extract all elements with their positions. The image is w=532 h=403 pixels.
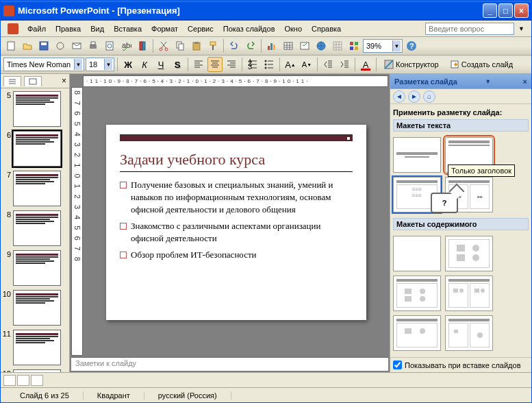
layout-content[interactable] [445, 236, 493, 271]
normal-view-button[interactable] [3, 375, 16, 386]
font-color-button[interactable]: A [358, 57, 373, 72]
slide-body[interactable]: Получение базовых и специальных знаний, … [120, 179, 353, 262]
svg-point-38 [265, 67, 267, 69]
zoom-combo[interactable]: 39%▼ [363, 39, 403, 53]
show-on-insert-checkbox[interactable] [393, 361, 402, 369]
decrease-indent-button[interactable] [320, 57, 335, 72]
bold-button[interactable]: Ж [121, 57, 136, 72]
taskpane-close-icon[interactable]: × [523, 77, 527, 86]
fontsize-combo[interactable]: 18▼ [86, 58, 114, 71]
menu-insert[interactable]: Вставка [109, 23, 147, 35]
taskpane-home-button[interactable]: ⌂ [423, 90, 435, 103]
layout-title-slide[interactable] [393, 137, 441, 173]
help-button[interactable]: ? [404, 38, 419, 53]
notes-pane[interactable]: Заметки к слайду [71, 357, 388, 371]
save-button[interactable] [36, 38, 51, 53]
menu-service[interactable]: Сервис [183, 23, 218, 35]
taskpane-back-button[interactable]: ◄ [393, 90, 405, 103]
maximize-button[interactable]: □ [498, 3, 513, 18]
close-button[interactable]: × [514, 3, 529, 18]
slides-tab[interactable] [24, 76, 42, 86]
slide-bullet[interactable]: Знакомство с различными аспектами органи… [120, 220, 353, 245]
align-right-button[interactable] [224, 57, 239, 72]
spellcheck-button[interactable]: abc [118, 38, 134, 53]
numbering-button[interactable]: 123 [245, 57, 260, 72]
taskpane-menu-icon[interactable]: ▼ [485, 78, 491, 85]
svg-point-52 [459, 289, 464, 293]
thumbnail-5[interactable] [13, 91, 61, 127]
copy-button[interactable] [173, 38, 188, 53]
thumbnail-10[interactable] [13, 290, 61, 326]
preview-button[interactable] [102, 38, 117, 53]
increase-indent-button[interactable] [337, 57, 352, 72]
email-button[interactable] [69, 38, 84, 53]
insert-table-button[interactable] [281, 38, 296, 53]
new-slide-button[interactable]: ✦Создать слайд [445, 57, 518, 72]
svg-rect-47 [405, 289, 411, 294]
increase-font-button[interactable]: A▲ [283, 57, 298, 72]
research-button[interactable] [135, 38, 150, 53]
undo-button[interactable] [227, 38, 242, 53]
menu-help[interactable]: Справка [307, 23, 346, 35]
svg-rect-22 [273, 45, 275, 50]
thumbnail-6[interactable] [13, 131, 61, 167]
menu-window[interactable]: Окно [280, 23, 307, 35]
thumbnail-11[interactable] [13, 330, 61, 365]
layout-comparison[interactable] [393, 315, 441, 351]
shadow-button[interactable]: S [170, 57, 185, 72]
show-grid-button[interactable] [330, 38, 345, 53]
menu-file[interactable]: Файл [23, 23, 51, 35]
help-dropdown-icon[interactable]: ▼ [514, 25, 529, 32]
layout-two-content-2[interactable] [445, 276, 493, 311]
outline-tab[interactable] [3, 76, 21, 86]
svg-point-3 [57, 42, 64, 49]
slide-bullet[interactable]: Обзор проблем ИТ-безопасности [120, 249, 353, 261]
slideshow-view-button[interactable] [31, 375, 43, 386]
tables-borders-button[interactable] [297, 38, 312, 53]
font-combo[interactable]: Times New Roman▼ [3, 58, 84, 71]
menu-slideshow[interactable]: Показ слайдов [218, 23, 280, 35]
thumbnail-8[interactable] [13, 210, 61, 246]
slide-title[interactable]: Задачи учебного курса [120, 151, 353, 169]
insert-chart-button[interactable] [264, 38, 279, 53]
print-button[interactable] [86, 38, 101, 53]
minimize-button[interactable]: _ [483, 3, 497, 18]
thumbnail-7[interactable] [13, 171, 61, 206]
horizontal-ruler[interactable]: ·11·10·9·8·7·6·5·4·3·2·1·0·1·2·3·4·5·6·7… [83, 75, 388, 87]
thumbnail-9[interactable] [13, 250, 61, 286]
insert-hyperlink-button[interactable] [314, 38, 329, 53]
underline-button[interactable]: Ч [153, 57, 168, 72]
designer-button[interactable]: Конструктор [379, 57, 444, 72]
decrease-font-button[interactable]: A▼ [299, 57, 314, 72]
paste-button[interactable] [189, 38, 204, 53]
sorter-view-button[interactable] [17, 375, 29, 386]
help-search-input[interactable] [425, 23, 514, 35]
current-slide[interactable]: Задачи учебного курса Получение базовых … [106, 125, 366, 320]
align-center-button[interactable] [207, 57, 223, 72]
svg-point-36 [265, 60, 267, 62]
bullets-button[interactable] [262, 57, 277, 72]
permission-button[interactable] [53, 38, 68, 53]
menu-edit[interactable]: Правка [51, 23, 86, 35]
menu-view[interactable]: Вид [86, 23, 109, 35]
taskpane-forward-button[interactable]: ► [408, 90, 420, 103]
layout-blank[interactable] [393, 236, 441, 271]
layout-title-content-2[interactable] [393, 276, 441, 311]
align-left-button[interactable] [191, 57, 206, 72]
format-painter-button[interactable] [205, 38, 220, 53]
slide-bullet[interactable]: Получение базовых и специальных знаний, … [120, 179, 353, 217]
vertical-ruler[interactable]: 8 7 6 5 4 3 2 1 0 1 2 3 4 5 6 7 8 [71, 87, 83, 356]
new-button[interactable] [3, 38, 18, 53]
svg-rect-45 [457, 254, 465, 261]
redo-button[interactable] [243, 38, 258, 53]
open-button[interactable] [20, 38, 35, 53]
color-button[interactable] [346, 38, 362, 53]
cut-button[interactable] [156, 38, 171, 53]
italic-button[interactable]: К [137, 57, 152, 72]
layout-four-content[interactable] [445, 315, 493, 351]
thumbs-close-icon[interactable]: × [62, 76, 66, 86]
svg-rect-11 [142, 42, 145, 50]
status-language: русский (Россия) [144, 391, 231, 400]
menu-format[interactable]: Формат [147, 23, 183, 35]
svg-rect-57 [454, 330, 458, 333]
